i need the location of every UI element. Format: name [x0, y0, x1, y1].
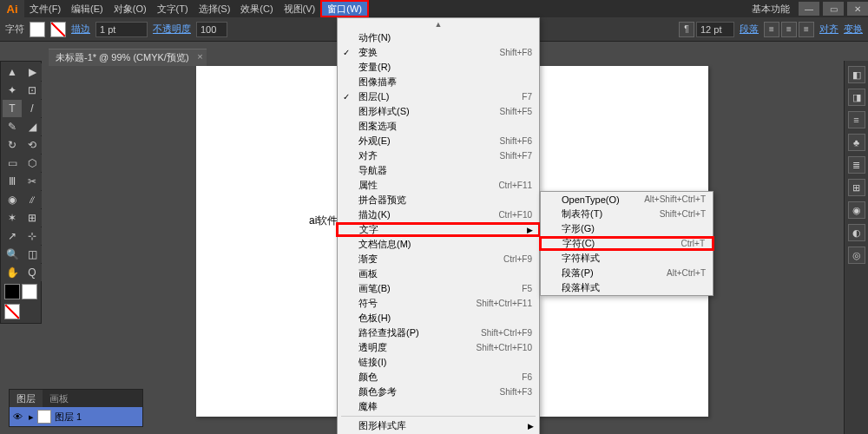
stroke-weight-input[interactable] — [95, 22, 148, 37]
tool-20[interactable]: 🔍 — [3, 246, 22, 263]
tool-1[interactable]: ▶ — [23, 63, 42, 81]
submenu-item[interactable]: 段落样式 — [541, 280, 713, 295]
tool-21[interactable]: ◫ — [23, 246, 42, 263]
dock-icon-1[interactable]: ◨ — [848, 89, 865, 106]
tool-18[interactable]: ↗ — [3, 227, 22, 245]
submenu-item[interactable]: 制表符(T)Shift+Ctrl+T — [541, 207, 713, 221]
submenu-item[interactable]: 字符(C)Ctrl+T — [539, 236, 714, 251]
menu-item[interactable]: 外观(E)Shift+F6 — [338, 134, 539, 148]
tool-0[interactable]: ▲ — [3, 63, 22, 81]
menu-对象o[interactable]: 对象(O) — [108, 0, 152, 17]
menu-效果c[interactable]: 效果(C) — [235, 0, 278, 17]
menu-文件f[interactable]: 文件(F) — [24, 0, 66, 17]
dock-icon-0[interactable]: ◧ — [848, 66, 865, 83]
menu-item[interactable]: 路径查找器(P)Shift+Ctrl+F9 — [338, 326, 539, 340]
tool-8[interactable]: ↻ — [3, 136, 22, 154]
close-tab-icon[interactable]: × — [197, 51, 202, 62]
tool-14[interactable]: ◉ — [3, 191, 22, 208]
menu-item[interactable]: 图形样式库▶ — [338, 418, 539, 433]
tool-9[interactable]: ⟲ — [23, 136, 42, 154]
tab-artboards[interactable]: 画板 — [43, 390, 76, 407]
menu-选择s[interactable]: 选择(S) — [194, 0, 236, 17]
tool-23[interactable]: Q — [23, 264, 42, 281]
align-left-icon[interactable]: ≡ — [764, 22, 779, 37]
dock-icon-5[interactable]: ⊞ — [848, 179, 865, 196]
dock-icon-8[interactable]: ◎ — [848, 247, 865, 264]
disclosure-icon[interactable]: ▸ — [29, 411, 34, 423]
tool-16[interactable]: ✶ — [3, 209, 22, 227]
menu-item[interactable]: 动作(N) — [338, 30, 539, 45]
opacity-input[interactable] — [196, 22, 227, 37]
menu-item[interactable]: 图形样式(S)Shift+F5 — [338, 104, 539, 119]
tool-6[interactable]: ✎ — [3, 118, 22, 135]
stroke-color[interactable] — [22, 284, 37, 299]
dock-icon-3[interactable]: ♣ — [848, 134, 865, 151]
tool-13[interactable]: ✂ — [23, 173, 42, 190]
menu-item[interactable]: 透明度Shift+Ctrl+F10 — [338, 340, 539, 355]
dock-icon-2[interactable]: ≡ — [848, 111, 865, 128]
fill-swatch[interactable] — [30, 22, 45, 37]
menu-item[interactable]: 属性Ctrl+F11 — [338, 178, 539, 193]
visibility-icon[interactable]: 👁 — [13, 411, 25, 422]
menu-item[interactable]: ✓变换Shift+F8 — [338, 45, 539, 60]
menu-item[interactable]: 色板(H) — [338, 311, 539, 326]
menu-item[interactable]: 对齐Shift+F7 — [338, 148, 539, 163]
tool-19[interactable]: ⊹ — [23, 227, 42, 245]
tool-7[interactable]: ◢ — [23, 118, 42, 135]
none-color[interactable] — [4, 304, 20, 319]
tool-4[interactable]: T — [3, 100, 22, 117]
font-size-input[interactable] — [696, 22, 734, 37]
align-right-icon[interactable]: ≡ — [799, 22, 814, 37]
align-center-icon[interactable]: ≡ — [781, 22, 797, 37]
menu-item[interactable]: 渐变Ctrl+F9 — [338, 252, 539, 266]
fill-color[interactable] — [4, 284, 20, 299]
menu-item[interactable]: 拼合器预览 — [338, 193, 539, 207]
char-panel-icon[interactable]: ¶ — [679, 22, 694, 37]
menu-item[interactable]: 图案选项 — [338, 119, 539, 134]
submenu-item[interactable]: OpenType(O)Alt+Shift+Ctrl+T — [541, 192, 713, 207]
submenu-item[interactable]: 字形(G) — [541, 221, 713, 236]
menu-item[interactable]: 颜色参考Shift+F3 — [338, 385, 539, 399]
menu-item[interactable]: ✓图层(L)F7 — [338, 89, 539, 104]
transform-link[interactable]: 变换 — [844, 23, 863, 36]
paragraph-link[interactable]: 段落 — [740, 23, 759, 36]
tool-10[interactable]: ▭ — [3, 155, 22, 172]
menu-视图v[interactable]: 视图(V) — [279, 0, 321, 17]
menu-item[interactable]: 画板 — [338, 266, 539, 281]
dock-icon-4[interactable]: ≣ — [848, 156, 865, 174]
maximize-icon[interactable]: ▭ — [823, 2, 844, 16]
menu-item[interactable]: 描边(K)Ctrl+F10 — [338, 207, 539, 222]
menu-窗口w[interactable]: 窗口(W) — [320, 0, 369, 17]
workspace-label[interactable]: 基本功能 — [746, 3, 795, 16]
menu-编辑e[interactable]: 编辑(E) — [66, 0, 108, 17]
menu-item[interactable]: 链接(I) — [338, 355, 539, 370]
tool-15[interactable]: ⫽ — [23, 191, 42, 208]
menu-item[interactable]: 画笔(B)F5 — [338, 281, 539, 296]
dock-icon-7[interactable]: ◐ — [848, 224, 865, 241]
tool-12[interactable]: Ⅲ — [3, 173, 22, 190]
opacity-link[interactable]: 不透明度 — [153, 23, 191, 36]
tool-3[interactable]: ⊡ — [23, 82, 42, 99]
menu-item[interactable]: 图像描摹 — [338, 75, 539, 89]
layer-row[interactable]: 👁 ▸ 图层 1 — [10, 407, 142, 426]
dock-icon-6[interactable]: ◉ — [848, 201, 865, 219]
menu-item[interactable]: 文字▶ — [336, 222, 541, 237]
menu-item[interactable]: 变量(R) — [338, 60, 539, 75]
minimize-icon[interactable]: — — [799, 2, 819, 16]
menu-item[interactable]: 颜色F6 — [338, 370, 539, 385]
menu-item[interactable]: 符号Shift+Ctrl+F11 — [338, 296, 539, 311]
align-link[interactable]: 对齐 — [819, 23, 838, 36]
menu-item[interactable]: 魔棒 — [338, 399, 539, 414]
submenu-item[interactable]: 段落(P)Alt+Ctrl+T — [541, 266, 713, 280]
close-icon[interactable]: ✕ — [847, 2, 868, 16]
tool-5[interactable]: / — [23, 100, 42, 117]
menu-文字t[interactable]: 文字(T) — [152, 0, 194, 17]
stroke-swatch[interactable] — [50, 22, 66, 37]
tool-22[interactable]: ✋ — [3, 264, 22, 281]
submenu-item[interactable]: 字符样式 — [541, 251, 713, 266]
document-tab[interactable]: 未标题-1* @ 99% (CMYK/预览) × — [49, 49, 207, 66]
menu-item[interactable]: 文档信息(M) — [338, 237, 539, 252]
stroke-link[interactable]: 描边 — [71, 23, 90, 36]
menu-item[interactable]: 导航器 — [338, 163, 539, 178]
tab-layers[interactable]: 图层 — [10, 390, 43, 407]
